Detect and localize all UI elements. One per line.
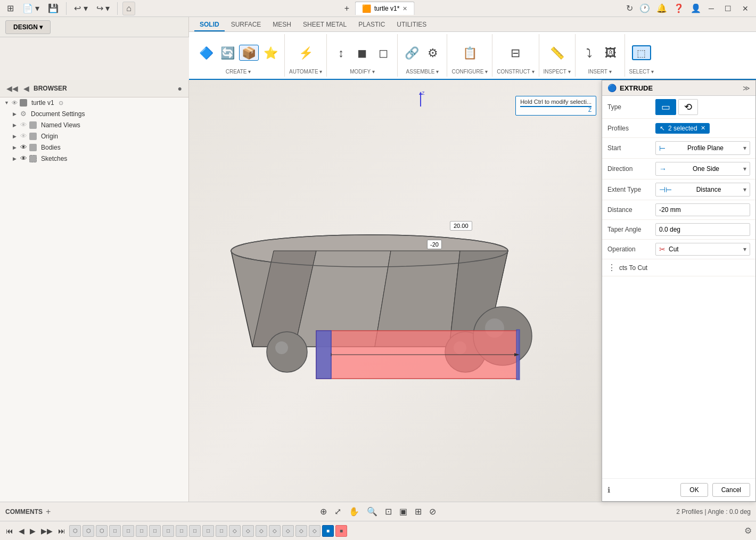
sidebar-prev-button[interactable]: ◀ [22, 83, 30, 94]
viewport[interactable]: Hold Ctrl to modify selecti... Z Z [189, 80, 602, 502]
automate-button[interactable]: ⚡ [296, 45, 315, 60]
tl-item-11[interactable]: □ [202, 525, 214, 537]
extent-select[interactable]: ⊣⊢ Distance ▾ [655, 183, 750, 197]
operation-select[interactable]: ✂ Cut ▾ [655, 243, 750, 256]
assemble-button[interactable]: 🔗 [402, 45, 421, 60]
sidebar-collapse-button[interactable]: ● [177, 83, 183, 94]
maximize-button[interactable]: ☐ [721, 3, 735, 14]
tree-item-origin[interactable]: ▶ 👁 Origin [0, 130, 188, 142]
minimize-button[interactable]: ─ [705, 3, 717, 14]
user-avatar[interactable]: 👤 [691, 3, 701, 13]
select-button[interactable]: ⬚ [632, 45, 651, 60]
file-menu-button[interactable]: 📄 ▾ [20, 2, 42, 15]
refresh-icon[interactable]: ↻ [626, 3, 633, 13]
history-icon[interactable]: 🕐 [639, 3, 650, 13]
tl-item-8[interactable]: □ [162, 525, 174, 537]
box-button[interactable]: 📦 [239, 45, 259, 61]
tl-item-1[interactable]: ⬡ [69, 525, 81, 537]
revolve-button[interactable]: 🔄 [218, 45, 237, 60]
home-button[interactable]: ⌂ [122, 2, 135, 15]
midplane-button[interactable]: ⊟ [506, 45, 525, 60]
tab-plastic[interactable]: PLASTIC [353, 19, 390, 31]
design-mode-button[interactable]: DESIGN ▾ [5, 20, 51, 34]
tl-item-4[interactable]: □ [109, 525, 121, 537]
type-extrude-button[interactable]: ▭ [655, 99, 676, 115]
eye-icon-root[interactable]: 👁 [12, 100, 18, 106]
tl-play-button[interactable]: ▶ [28, 526, 37, 536]
tl-item-6[interactable]: □ [136, 525, 147, 537]
tl-item-15[interactable]: ◇ [256, 525, 267, 537]
close-tab-icon[interactable]: ✕ [402, 5, 407, 12]
distance-input[interactable] [655, 203, 750, 216]
panel-expand-button[interactable]: ≫ [743, 84, 750, 92]
snap-button[interactable]: ⊘ [427, 505, 438, 518]
new-tab-button[interactable]: + [342, 2, 352, 15]
configure-button[interactable]: 📋 [460, 45, 479, 60]
tl-next-button[interactable]: ▶▶ [39, 526, 54, 536]
zoom-fit-button[interactable]: ⊡ [383, 505, 394, 518]
tl-item-5[interactable]: □ [122, 525, 134, 537]
tab-utilities[interactable]: UTILITIES [391, 19, 432, 31]
notifications-icon[interactable]: 🔔 [656, 3, 667, 13]
type-revolve-button[interactable]: ⟲ [678, 99, 698, 115]
undo-button[interactable]: ↩ ▾ [71, 2, 90, 15]
measure-button[interactable]: 📏 [547, 45, 566, 60]
add-comment-button[interactable]: + [46, 507, 51, 517]
fillet-button[interactable]: ◼ [352, 45, 372, 60]
tl-item-13[interactable]: ◇ [229, 525, 241, 537]
cancel-button[interactable]: Cancel [712, 483, 750, 497]
tl-item-7[interactable]: □ [149, 525, 161, 537]
tl-item-active[interactable]: ■ [322, 525, 334, 537]
tl-item-9[interactable]: □ [176, 525, 187, 537]
tl-item-14[interactable]: ◇ [242, 525, 254, 537]
sidebar-back-button[interactable]: ◀◀ [5, 83, 19, 94]
extrude-button[interactable]: 🔷 [196, 45, 216, 60]
tl-item-2[interactable]: ⬡ [83, 525, 94, 537]
orbit-button[interactable]: ⤢ [332, 505, 343, 518]
grid-menu-button[interactable]: ⊞ [4, 2, 17, 15]
grid-button[interactable]: ⊞ [413, 505, 424, 518]
tl-item-17[interactable]: ◇ [282, 525, 294, 537]
tab-sheet-metal[interactable]: SHEET METAL [298, 19, 352, 31]
pan-button[interactable]: ✋ [347, 505, 361, 518]
tl-item-16[interactable]: ◇ [269, 525, 281, 537]
profiles-clear-button[interactable]: ✕ [701, 125, 705, 132]
tl-item-12[interactable]: □ [216, 525, 227, 537]
tree-item-doc-settings[interactable]: ▶ ⚙ Document Settings [0, 108, 188, 119]
tree-item-root[interactable]: ▼ 👁 turtle v1 ⊙ [0, 97, 188, 108]
tree-item-sketches[interactable]: ▶ 👁 Sketches [0, 153, 188, 164]
cylinder-button[interactable]: ⭐ [261, 45, 280, 60]
zoom-in-button[interactable]: 🔍 [365, 505, 380, 518]
tl-item-3[interactable]: ⬡ [96, 525, 108, 537]
direction-select[interactable]: → One Side ▾ [655, 162, 750, 176]
taper-input[interactable] [655, 223, 750, 236]
document-tab[interactable]: 🟧 turtle v1* ✕ [355, 2, 414, 15]
tree-item-bodies[interactable]: ▶ 👁 Bodies [0, 142, 188, 153]
move-button[interactable]: ⊕ [318, 505, 329, 518]
tl-prev-button[interactable]: ◀ [17, 526, 26, 536]
ok-button[interactable]: OK [680, 483, 708, 497]
press-pull-button[interactable]: ↕ [331, 45, 350, 60]
tl-last-button[interactable]: ⏭ [56, 526, 67, 536]
tl-item-19[interactable]: ◇ [309, 525, 321, 537]
timeline-settings-button[interactable]: ⚙ [744, 526, 752, 536]
tab-surface[interactable]: SURFACE [226, 19, 267, 31]
tl-first-button[interactable]: ⏮ [4, 526, 15, 536]
insert-button[interactable]: ⤵ [580, 45, 599, 60]
start-select[interactable]: ⊢ Profile Plane ▾ [655, 141, 750, 155]
tab-solid[interactable]: SOLID [194, 19, 225, 31]
chamfer-button[interactable]: ◻ [374, 45, 393, 60]
profiles-chip[interactable]: ↖ 2 selected ✕ [655, 123, 710, 134]
tl-item-current[interactable]: ■ [335, 525, 347, 537]
help-icon[interactable]: ❓ [673, 3, 684, 13]
redo-button[interactable]: ↪ ▾ [94, 2, 112, 15]
joint-button[interactable]: ⚙ [423, 45, 442, 60]
tab-mesh[interactable]: MESH [267, 19, 297, 31]
tl-item-18[interactable]: ◇ [295, 525, 307, 537]
close-button[interactable]: ✕ [739, 3, 752, 14]
tl-item-10[interactable]: □ [189, 525, 201, 537]
canvas-button[interactable]: 🖼 [601, 45, 620, 60]
save-button[interactable]: 💾 [45, 2, 61, 15]
display-mode-button[interactable]: ▣ [397, 505, 409, 518]
tree-item-named-views[interactable]: ▶ 👁 Named Views [0, 119, 188, 130]
